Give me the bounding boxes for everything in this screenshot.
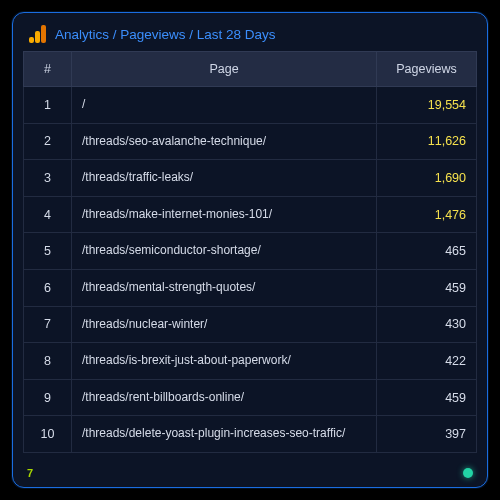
cell-pageviews: 397 xyxy=(377,416,477,453)
table-row[interactable]: 2/threads/seo-avalanche-technique/11,626 xyxy=(24,123,477,160)
cell-pageviews: 1,690 xyxy=(377,160,477,197)
cell-page: /threads/is-brexit-just-about-paperwork/ xyxy=(72,343,377,380)
pageviews-table: # Page Pageviews 1/19,5542/threads/seo-a… xyxy=(23,51,477,453)
page-number: 7 xyxy=(27,467,33,479)
table-row[interactable]: 6/threads/mental-strength-quotes/459 xyxy=(24,269,477,306)
table-row[interactable]: 9/threads/rent-billboards-online/459 xyxy=(24,379,477,416)
cell-pageviews: 459 xyxy=(377,269,477,306)
table-row[interactable]: 7/threads/nuclear-winter/430 xyxy=(24,306,477,343)
column-header-page[interactable]: Page xyxy=(72,52,377,87)
cell-rank: 3 xyxy=(24,160,72,197)
cell-rank: 8 xyxy=(24,343,72,380)
cell-pageviews: 459 xyxy=(377,379,477,416)
cell-page: /threads/nuclear-winter/ xyxy=(72,306,377,343)
cell-rank: 4 xyxy=(24,196,72,233)
cell-page: / xyxy=(72,87,377,124)
cell-rank: 1 xyxy=(24,87,72,124)
table-container: # Page Pageviews 1/19,5542/threads/seo-a… xyxy=(13,51,487,463)
cell-rank: 5 xyxy=(24,233,72,270)
cell-rank: 9 xyxy=(24,379,72,416)
table-row[interactable]: 3/threads/traffic-leaks/1,690 xyxy=(24,160,477,197)
cell-pageviews: 465 xyxy=(377,233,477,270)
cell-page: /threads/traffic-leaks/ xyxy=(72,160,377,197)
status-indicator xyxy=(463,468,473,478)
cell-page: /threads/mental-strength-quotes/ xyxy=(72,269,377,306)
google-analytics-icon xyxy=(29,25,47,43)
table-row[interactable]: 1/19,554 xyxy=(24,87,477,124)
table-row[interactable]: 5/threads/semiconductor-shortage/465 xyxy=(24,233,477,270)
cell-rank: 6 xyxy=(24,269,72,306)
breadcrumb: Analytics / Pageviews / Last 28 Days xyxy=(55,27,276,42)
cell-page: /threads/make-internet-monies-101/ xyxy=(72,196,377,233)
table-row[interactable]: 4/threads/make-internet-monies-101/1,476 xyxy=(24,196,477,233)
cell-page: /threads/seo-avalanche-technique/ xyxy=(72,123,377,160)
column-header-views[interactable]: Pageviews xyxy=(377,52,477,87)
cell-pageviews: 430 xyxy=(377,306,477,343)
cell-page: /threads/rent-billboards-online/ xyxy=(72,379,377,416)
cell-rank: 2 xyxy=(24,123,72,160)
analytics-panel: Analytics / Pageviews / Last 28 Days # P… xyxy=(12,12,488,488)
cell-pageviews: 11,626 xyxy=(377,123,477,160)
cell-pageviews: 1,476 xyxy=(377,196,477,233)
table-row[interactable]: 8/threads/is-brexit-just-about-paperwork… xyxy=(24,343,477,380)
cell-rank: 10 xyxy=(24,416,72,453)
cell-pageviews: 19,554 xyxy=(377,87,477,124)
panel-header: Analytics / Pageviews / Last 28 Days xyxy=(13,13,487,51)
cell-rank: 7 xyxy=(24,306,72,343)
cell-page: /threads/delete-yoast-plugin-increases-s… xyxy=(72,416,377,453)
panel-footer: 7 xyxy=(13,463,487,487)
column-header-rank[interactable]: # xyxy=(24,52,72,87)
table-row[interactable]: 10/threads/delete-yoast-plugin-increases… xyxy=(24,416,477,453)
cell-pageviews: 422 xyxy=(377,343,477,380)
cell-page: /threads/semiconductor-shortage/ xyxy=(72,233,377,270)
